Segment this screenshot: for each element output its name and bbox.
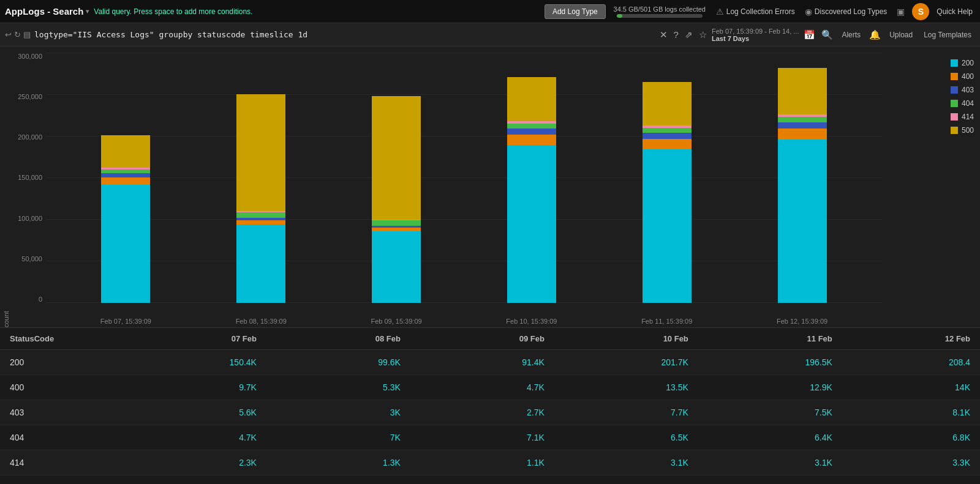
stacked-bar[interactable] [643, 82, 692, 303]
search-input[interactable] [34, 30, 655, 39]
legend-item: 200 [951, 59, 974, 67]
storage-bar-fill [617, 14, 623, 18]
bar-group[interactable] [633, 82, 701, 303]
refresh-icon[interactable]: ↻ [14, 30, 21, 39]
table-row: 4009.7K5.3K4.7K13.5K12.9K14K [0, 375, 980, 400]
bar-segment-404 [372, 220, 421, 226]
bar-segment-403 [778, 122, 827, 128]
clear-icon[interactable]: ✕ [658, 28, 669, 42]
x-label: Feb 10, 15:39:09 [498, 318, 565, 327]
warning-icon: ⚠ [716, 7, 724, 17]
bar-segment-400 [507, 135, 556, 145]
chart-inner: 300,000250,000200,000150,000100,00050,00… [12, 47, 980, 327]
bookmark-icon[interactable]: ☆ [698, 28, 708, 42]
stacked-bar[interactable] [101, 135, 150, 303]
table-col-statuscode: StatusCode [0, 328, 123, 350]
legend-item: 404 [951, 99, 974, 108]
y-tick: 50,000 [12, 255, 46, 262]
add-log-type-button[interactable]: Add Log Type [545, 4, 606, 19]
app-title: AppLogs - Search ▾ [5, 6, 89, 17]
value-cell: 201.7K [554, 350, 698, 375]
table-col-10-feb: 10 Feb [554, 328, 698, 350]
app-dropdown-icon[interactable]: ▾ [86, 8, 89, 15]
search-icon[interactable]: 🔍 [820, 28, 834, 42]
stacked-bar[interactable] [778, 68, 827, 303]
y-tick: 300,000 [12, 53, 46, 60]
search-actions: ✕ ? ⇗ ☆ [658, 28, 708, 42]
bar-segment-200 [372, 231, 421, 303]
legend-color-414 [951, 113, 958, 121]
value-cell: 150.4K [123, 350, 266, 375]
bell-icon[interactable]: 🔔 [868, 28, 882, 42]
bar-segment-400 [778, 128, 827, 140]
value-cell: 6.8K [842, 425, 980, 450]
x-label: Feb 07, 15:39:09 [92, 318, 159, 327]
value-cell: 3K [266, 400, 410, 425]
log-templates-button[interactable]: Log Templates [920, 29, 975, 40]
bar-segment-404 [236, 212, 285, 218]
calendar-icon[interactable]: 📅 [802, 28, 816, 42]
bar-segment-404 [643, 128, 692, 133]
nav-doc-icon[interactable]: ▣ [894, 7, 907, 17]
stacked-bar[interactable] [372, 95, 421, 303]
stacked-bar[interactable] [507, 76, 556, 303]
alerts-button[interactable]: Alerts [838, 29, 864, 40]
value-cell: 13.5K [554, 375, 698, 400]
nav-quickhelp[interactable]: Quick Help [934, 7, 975, 16]
y-tick: 200,000 [12, 133, 46, 141]
date-range[interactable]: Feb 07, 15:39:09 - Feb 14, ... Last 7 Da… [712, 28, 799, 42]
status-code-cell: 200 [0, 350, 123, 375]
chart-plot [46, 53, 882, 303]
stacked-bar[interactable] [236, 94, 285, 303]
eye-icon: ◉ [805, 7, 812, 17]
file-icon[interactable]: ▤ [23, 30, 31, 39]
bar-group[interactable] [227, 94, 295, 303]
value-cell: 4.7K [123, 425, 266, 450]
table-row: 50041K149.8K157.6K56K55.4K59K [0, 475, 980, 485]
nav-log-errors[interactable]: ⚠ Log Collection Errors [714, 7, 797, 17]
bar-segment-403 [101, 173, 150, 177]
bar-segment-403 [643, 133, 692, 139]
bar-group[interactable] [498, 76, 565, 303]
x-label: Feb 08, 15:39:09 [227, 318, 295, 327]
value-cell: 41K [123, 475, 266, 485]
bar-group[interactable] [769, 68, 836, 303]
value-cell: 99.6K [266, 350, 410, 375]
bar-segment-500 [778, 68, 827, 114]
storage-info: 34.5 GB/501 GB logs collected [611, 6, 709, 18]
legend-label-414: 414 [962, 113, 974, 121]
table-col-11-feb: 11 Feb [698, 328, 842, 350]
value-cell: 5.3K [266, 375, 410, 400]
data-table: StatusCode07 Feb08 Feb09 Feb10 Feb11 Feb… [0, 328, 980, 484]
results-table: StatusCode07 Feb08 Feb09 Feb10 Feb11 Feb… [0, 328, 980, 484]
legend-item: 500 [951, 126, 974, 135]
help-icon[interactable]: ? [673, 28, 680, 41]
value-cell: 2.3K [123, 450, 266, 475]
status-code-cell: 404 [0, 425, 123, 450]
status-code-cell: 400 [0, 375, 123, 400]
avatar[interactable]: S [912, 3, 929, 20]
value-cell: 12.9K [698, 375, 842, 400]
storage-text: 34.5 GB/501 GB logs collected [614, 6, 706, 13]
share-icon[interactable]: ⇗ [684, 28, 694, 42]
x-label: Feb 09, 15:39:09 [363, 318, 430, 327]
table-row: 4035.6K3K2.7K7.7K7.5K8.1K [0, 400, 980, 425]
top-nav: AppLogs - Search ▾ Valid query. Press sp… [0, 0, 980, 23]
chart-area: count 300,000250,000200,000150,000100,00… [0, 47, 980, 328]
y-tick: 0 [12, 296, 46, 303]
bar-group[interactable] [92, 135, 159, 303]
app-title-text: AppLogs - Search [5, 6, 83, 17]
value-cell: 6.4K [698, 425, 842, 450]
status-code-cell: 403 [0, 400, 123, 425]
bar-group[interactable] [363, 95, 430, 303]
value-cell: 8.1K [842, 400, 980, 425]
table-col-12-feb: 12 Feb [842, 328, 980, 350]
value-cell: 59K [842, 475, 980, 485]
value-cell: 7.5K [698, 400, 842, 425]
upload-button[interactable]: Upload [886, 29, 916, 40]
nav-discovered[interactable]: ◉ Discovered Log Types [802, 7, 890, 17]
bar-segment-400 [101, 177, 150, 185]
search-bar: ↩ ↻ ▤ ✕ ? ⇗ ☆ Feb 07, 15:39:09 - Feb 14,… [0, 23, 980, 47]
bar-segment-200 [643, 149, 692, 303]
table-col-09-feb: 09 Feb [410, 328, 554, 350]
